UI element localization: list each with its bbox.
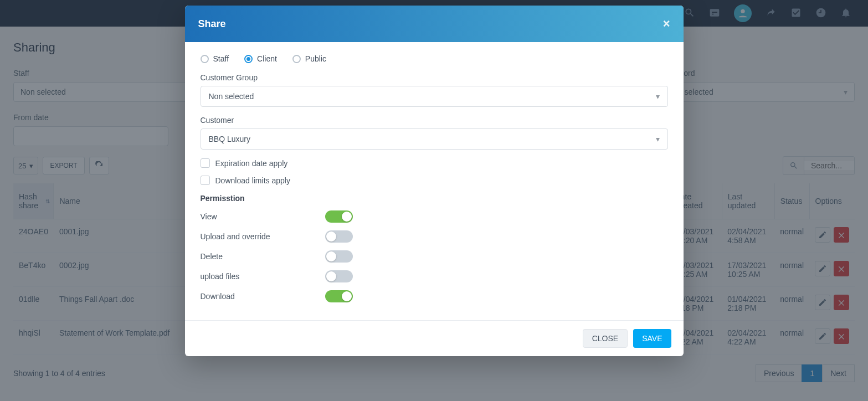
- perm-upload-files: upload files: [201, 270, 668, 282]
- radio-staff[interactable]: Staff: [201, 54, 229, 63]
- close-button[interactable]: CLOSE: [583, 329, 628, 348]
- close-icon[interactable]: ×: [663, 17, 670, 31]
- permission-section-title: Permisstion: [201, 194, 668, 203]
- download-limits-checkbox[interactable]: Download limits apply: [201, 176, 668, 185]
- chevron-down-icon: ▾: [656, 92, 660, 101]
- toggle-upload-override[interactable]: [325, 230, 353, 243]
- radio-icon: [201, 55, 209, 63]
- toggle-view[interactable]: [325, 210, 353, 223]
- customer-label: Customer: [201, 116, 668, 125]
- share-type-radios: Staff Client Public: [201, 54, 668, 63]
- perm-delete: Delete: [201, 250, 668, 263]
- customer-select[interactable]: BBQ Luxury ▾: [201, 128, 668, 150]
- perm-view: View: [201, 210, 668, 223]
- save-button[interactable]: SAVE: [633, 329, 671, 348]
- perm-download: Download: [201, 290, 668, 302]
- radio-icon: [292, 55, 301, 63]
- checkbox-icon: [201, 158, 210, 168]
- modal-title: Share: [198, 18, 226, 30]
- perm-upload-override: Upload and override: [201, 230, 668, 243]
- modal-header: Share ×: [185, 6, 684, 42]
- radio-public[interactable]: Public: [292, 54, 326, 63]
- checkbox-icon: [201, 176, 210, 185]
- share-modal: Share × Staff Client Public Customer: [185, 6, 684, 356]
- radio-icon: [244, 55, 253, 63]
- modal-overlay[interactable]: Share × Staff Client Public Customer: [0, 0, 868, 401]
- modal-footer: CLOSE SAVE: [185, 320, 684, 356]
- toggle-upload-files[interactable]: [325, 270, 353, 282]
- customer-group-select[interactable]: Non selected ▾: [201, 86, 668, 107]
- chevron-down-icon: ▾: [656, 135, 660, 143]
- customer-group-label: Customer Group: [201, 73, 668, 82]
- expiration-checkbox[interactable]: Expiration date apply: [201, 158, 668, 168]
- radio-client[interactable]: Client: [244, 54, 277, 63]
- toggle-download[interactable]: [325, 290, 353, 302]
- toggle-delete[interactable]: [325, 250, 353, 263]
